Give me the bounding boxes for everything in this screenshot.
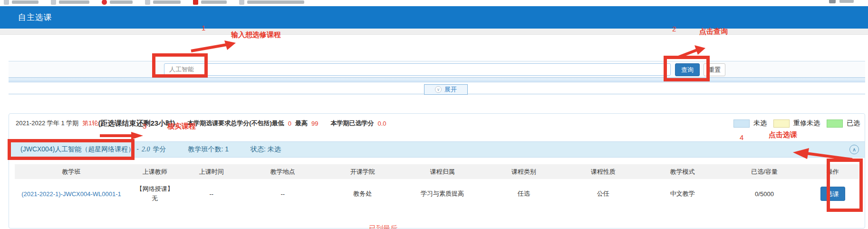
annotation-step2-number: 2 [672,25,676,33]
red-dot-favicon [102,0,107,5]
course-search-input[interactable] [164,63,671,76]
table-row: (2021-2022-1)-JWCX004-WL0001-1 【网络授课】无 -… [15,179,859,209]
countdown: (距选课结束还剩23小时) [98,119,175,128]
course-list-card: 2021-2022 学年 1 学期第1轮(距选课结束还剩23小时) 本学期选课要… [9,113,865,229]
legend-label: 已选 [847,119,860,128]
expand-toggle[interactable]: ∨ 展开 [424,84,468,95]
expand-label: 展开 [444,85,457,94]
col-header: 上课教师 [128,168,182,176]
bookmark-item[interactable] [4,0,39,6]
annotation-step1-number: 1 [202,24,205,32]
course-credit-unit: 学分 [153,145,166,154]
panel-footer-strip [9,78,865,82]
bookmark-label [153,0,181,4]
col-header: 开课学院 [325,168,401,176]
annotation-step3-label: 核实课程 [167,122,196,131]
bookmark-label [59,0,89,4]
bookmark-favicon [4,0,9,5]
col-header: 操作 [807,168,859,176]
legend-label: 重修未选 [793,119,820,128]
reset-button[interactable]: 重置 [704,63,725,76]
col-header: 上课时间 [182,168,241,176]
bookmark-label [12,0,39,4]
course-group-header[interactable]: (JWCX004)人工智能（超星网络课程） - 2.0 学分 教学班个数: 1 … [9,141,865,158]
annotation-arrow-3 [99,131,144,140]
course-category: 任选 [484,189,563,198]
col-header: 课程类别 [484,168,563,176]
class-count: 教学班个数: 1 [188,145,229,154]
annotation-arrow-2 [677,44,706,59]
min-credit: 0 [288,120,291,127]
bookmark-label [110,0,133,4]
legend-item-unselected: 未选 [733,119,767,128]
bookmark-label [201,0,227,4]
col-header: 教学地点 [241,168,325,176]
teacher-cell: 【网络授课】无 [128,184,182,203]
annotation-step2-label: 点击查询 [699,27,728,36]
annotation-step1-label: 输入想选修课程 [231,30,281,40]
annotation-step4-number: 4 [740,133,743,141]
course-nature: 公任 [563,189,643,198]
class-time: -- [182,190,241,198]
teacher-name: 无 [128,194,182,203]
bottom-partial-text: 已到最后 [369,224,397,229]
legend-item-retake: 重修未选 [773,119,820,128]
browser-bookmarks-bar [0,0,868,6]
annotation-arrow-4 [792,147,854,161]
annotation-step4-label: 点击选课 [769,130,797,139]
selection-round: 第1轮 [82,119,98,128]
legend-label: 未选 [753,119,767,128]
class-place: -- [241,190,325,198]
search-panel: 查询 重置 [9,61,865,78]
col-header: 教学班 [15,168,128,176]
selected-credit: 0.0 [378,120,386,127]
course-title: (JWCX004)人工智能（超星网络课程） - [20,145,139,154]
select-course-button[interactable]: 选课 [820,187,845,201]
header-substrip [0,29,868,35]
col-header: 教学模式 [643,168,722,176]
legend-swatch-selected [827,119,843,128]
bookmark-item[interactable] [239,0,304,6]
course-belonging: 学习与素质提高 [401,189,484,198]
bookmark-item[interactable] [145,0,181,6]
table-header-row: 教学班 上课教师 上课时间 教学地点 开课学院 课程归属 课程类别 课程性质 教… [15,164,859,179]
course-status: 状态: 未选 [251,145,281,154]
chevron-down-icon: ∨ [435,86,442,93]
college: 教务处 [325,189,401,198]
status-legend: 未选 重修未选 已选 [733,119,860,128]
class-table: 教学班 上课教师 上课时间 教学地点 开课学院 课程归属 课程类别 课程性质 教… [15,164,859,209]
max-credit: 99 [311,120,318,127]
bookmark-favicon [239,0,244,5]
bookmark-label [839,0,854,3]
col-header: 课程性质 [563,168,643,176]
bookmark-item[interactable] [51,0,89,6]
teacher-tag: 【网络授课】 [128,184,182,194]
col-header: 已选/容量 [722,168,807,176]
red-badge-favicon [193,0,198,5]
page: 自主选课 查询 重置 ∨ 展开 2021-2022 学年 1 学期第1轮(距选课… [0,0,868,229]
legend-item-selected: 已选 [827,119,860,128]
bookmark-item[interactable] [102,0,133,6]
selected-credit-label: 本学期已选学分 [331,119,374,128]
bookmark-favicon [145,0,150,5]
bookmark-favicon [51,0,56,5]
query-button[interactable]: 查询 [675,63,700,76]
legend-swatch-unselected [733,119,750,128]
annotation-arrow-1 [189,39,237,52]
bookmarks-folder-icon[interactable] [829,0,836,3]
class-code-link[interactable]: (2021-2022-1)-JWCX004-WL0001-1 [21,190,121,198]
course-credit: 2.0 [142,146,150,153]
bookmark-item[interactable] [193,0,227,6]
teaching-mode: 中文教学 [643,189,722,198]
bookmark-label [247,0,304,4]
page-title: 自主选课 [18,6,52,29]
col-header: 课程归属 [401,168,484,176]
annotation-step3-number: 3 [143,122,146,130]
legend-swatch-retake [773,119,790,128]
credit-requirement-label: 本学期选课要求总学分(不包括)最低 [187,119,284,128]
max-credit-label: 最高 [295,119,308,128]
page-header: 自主选课 [0,6,868,29]
capacity: 0/5000 [722,190,807,198]
semester-term: 2021-2022 学年 1 学期 [16,119,78,128]
